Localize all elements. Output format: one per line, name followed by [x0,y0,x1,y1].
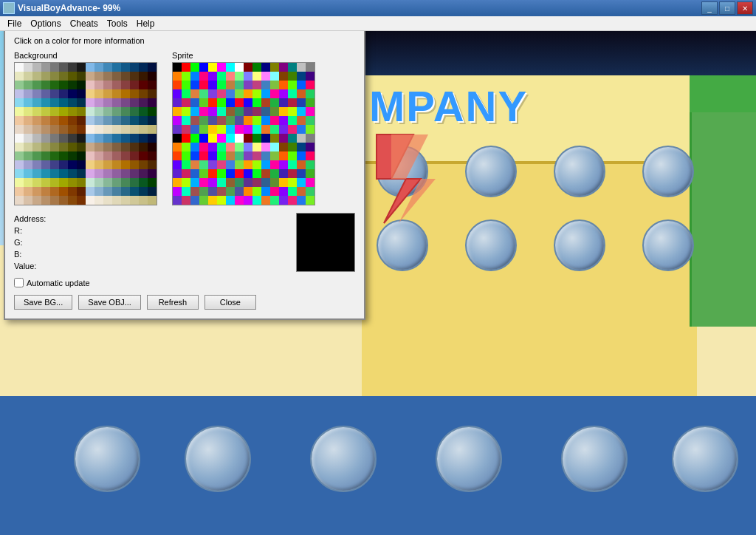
value-label: Value: [14,262,36,270]
g-field: G: [14,236,281,248]
menu-bar: File Options Cheats Tools Help [0,16,756,31]
window-controls: _ □ ✕ [701,1,753,15]
title-bar: VisualBoyAdvance- 99% _ □ ✕ [0,0,756,16]
sprite-palette-section: Sprite [172,51,315,205]
info-row: Address: R: G: B: Value: [14,213,355,272]
maximize-button[interactable]: □ [719,1,735,15]
save-bg-button[interactable]: Save BG... [14,295,72,310]
background-label: Background [14,51,157,60]
auto-update-checkbox[interactable] [14,278,24,287]
minimize-button[interactable]: _ [701,1,718,15]
close-button[interactable]: Close [205,295,256,310]
app-icon [3,2,15,14]
menu-cheats[interactable]: Cheats [66,17,103,30]
b-field: B: [14,248,281,260]
address-label: Address: [14,214,46,223]
value-field: Value: [14,260,281,272]
menu-options[interactable]: Options [26,17,65,30]
sprite-label: Sprite [172,51,315,60]
menu-tools[interactable]: Tools [103,17,132,30]
b-label: B: [14,250,21,259]
info-fields: Address: R: G: B: Value: [14,213,281,272]
sprite-palette-grid[interactable] [172,62,315,205]
auto-update-label: Automatic update [27,279,90,287]
background-palette-section: Background [14,51,157,205]
app-title: VisualBoyAdvance- 99% [18,3,120,13]
save-obj-button[interactable]: Save OBJ... [78,295,141,310]
g-label: G: [14,238,23,247]
refresh-button[interactable]: Refresh [147,295,199,310]
r-field: R: [14,225,281,236]
color-preview-box [296,213,355,272]
address-field: Address: [14,213,281,225]
close-button[interactable]: ✕ [737,1,753,15]
r-label: R: [14,226,22,235]
auto-update-row: Automatic update [14,278,355,287]
background-canvas[interactable] [15,63,157,205]
background-palette-grid[interactable] [14,62,157,205]
menu-help[interactable]: Help [132,17,159,30]
buttons-row: Save BG... Save OBJ... Refresh Close [14,295,355,310]
palette-view-dialog: Palette View ✕ Click on a color for more… [4,11,365,320]
palettes-row: Background Sprite [14,51,355,205]
menu-file[interactable]: File [3,17,26,30]
dialog-hint: Click on a color for more information [14,36,355,45]
sprite-canvas[interactable] [173,63,315,205]
